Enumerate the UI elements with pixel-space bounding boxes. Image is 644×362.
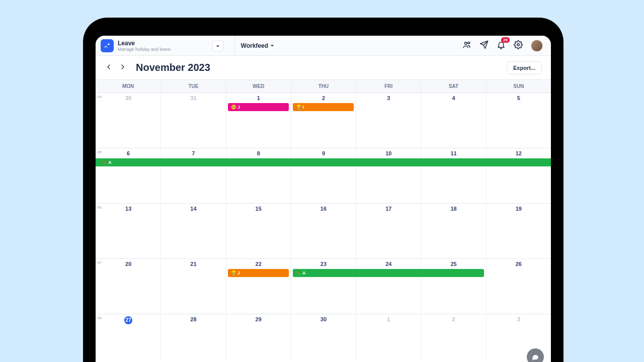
day-header: MON: [96, 80, 160, 93]
day-number: 19: [516, 206, 522, 212]
people-icon[interactable]: [462, 40, 471, 51]
chevron-down-icon: [270, 42, 274, 49]
day-cell[interactable]: 20: [96, 259, 160, 314]
svg-point-0: [108, 43, 110, 45]
day-number: 13: [125, 206, 131, 212]
day-number: 14: [190, 206, 196, 212]
day-cell[interactable]: 13: [96, 204, 160, 258]
day-cell[interactable]: 30: [96, 93, 160, 148]
tablet-frame: Leave Manage holiday and leave. Workfeed…: [83, 18, 564, 362]
leave-event[interactable]: 🤒 J: [228, 103, 289, 111]
send-icon[interactable]: [479, 40, 489, 51]
svg-point-1: [465, 42, 467, 44]
day-header: THU: [291, 80, 356, 93]
day-cell[interactable]: 21: [160, 259, 225, 314]
day-cell[interactable]: 1: [356, 314, 421, 360]
day-number: 21: [190, 261, 196, 267]
day-cell[interactable]: 2: [421, 314, 486, 360]
chat-fab[interactable]: [527, 348, 544, 362]
day-header: FRI: [356, 80, 421, 93]
day-cell[interactable]: 7: [160, 148, 225, 203]
day-number: 7: [192, 150, 195, 156]
app-screen: Leave Manage holiday and leave. Workfeed…: [96, 36, 551, 362]
day-cell[interactable]: 5: [486, 93, 551, 148]
day-cell[interactable]: 4: [421, 93, 486, 148]
notification-badge: 29: [501, 37, 510, 43]
day-cell[interactable]: 12: [486, 148, 551, 203]
day-cell[interactable]: 18: [421, 204, 486, 258]
day-number: 18: [450, 206, 456, 212]
day-header: SAT: [421, 80, 486, 93]
day-cell[interactable]: 25: [421, 259, 486, 314]
day-number: 25: [450, 261, 456, 267]
day-cell[interactable]: 26: [486, 259, 551, 314]
divider: [234, 36, 235, 56]
day-number: 15: [256, 206, 262, 212]
day-cell[interactable]: 14: [160, 204, 225, 258]
leave-event[interactable]: 🌴 A: [293, 269, 484, 277]
next-month-button[interactable]: [119, 63, 127, 73]
day-number: 5: [517, 95, 520, 101]
leave-event[interactable]: 👷 I: [293, 103, 354, 111]
app-switcher-block: Leave Manage holiday and leave.: [96, 39, 228, 52]
day-cell[interactable]: 28: [160, 314, 225, 360]
day-number: 29: [256, 316, 262, 322]
app-title: Leave: [118, 40, 172, 47]
day-number: 1: [257, 95, 260, 101]
day-number: 2: [322, 95, 325, 101]
day-number: 30: [320, 316, 327, 322]
calendar: MONTUEWEDTHUFRISATSUN 44303112345🤒 J👷 I4…: [96, 80, 551, 360]
day-number: 11: [450, 150, 456, 156]
day-cell[interactable]: 1: [226, 93, 291, 148]
leave-event[interactable]: 👷 J: [228, 269, 289, 277]
prev-month-button[interactable]: [105, 63, 113, 73]
day-header: WED: [226, 80, 291, 93]
day-header: TUE: [160, 80, 225, 93]
notifications-button[interactable]: 29: [497, 40, 506, 51]
day-cell[interactable]: 6: [96, 148, 160, 203]
day-number: 26: [516, 261, 522, 267]
day-cell[interactable]: 15: [226, 204, 291, 258]
day-headers: MONTUEWEDTHUFRISATSUN: [96, 80, 551, 93]
topbar-actions: 29: [462, 40, 551, 52]
workspace-label: Workfeed: [241, 42, 268, 49]
day-cell[interactable]: 16: [291, 204, 356, 258]
export-button[interactable]: Export...: [507, 61, 542, 74]
week-row: 44303112345🤒 J👷 I: [96, 93, 551, 148]
day-number: 6: [127, 150, 130, 156]
day-number: 16: [320, 206, 327, 212]
day-cell[interactable]: 8: [226, 148, 291, 203]
day-cell[interactable]: 27: [96, 314, 160, 360]
day-cell[interactable]: 10: [356, 148, 421, 203]
user-avatar[interactable]: [531, 40, 543, 52]
day-number: 8: [257, 150, 260, 156]
day-cell[interactable]: 30: [291, 314, 356, 360]
week-row: 4720212223242526👷 J🌴 A: [96, 259, 551, 314]
day-cell[interactable]: 23: [291, 259, 356, 314]
day-cell[interactable]: 22: [226, 259, 291, 314]
day-cell[interactable]: 3: [356, 93, 421, 148]
day-cell[interactable]: 31: [160, 93, 225, 148]
day-number: 2: [452, 316, 455, 322]
chevron-down-icon: [216, 41, 220, 50]
top-bar: Leave Manage holiday and leave. Workfeed…: [96, 36, 551, 56]
day-number: 30: [125, 95, 131, 101]
day-number: 10: [385, 150, 391, 156]
day-cell[interactable]: 19: [486, 204, 551, 258]
day-cell[interactable]: 9: [291, 148, 356, 203]
day-number: 9: [322, 150, 325, 156]
day-cell[interactable]: 17: [356, 204, 421, 258]
leave-event[interactable]: 🌴 A: [96, 158, 551, 166]
day-number: 27: [124, 316, 132, 324]
workspace-dropdown[interactable]: Workfeed: [241, 42, 274, 49]
week-row: 4827282930123: [96, 314, 551, 360]
app-texts: Leave Manage holiday and leave.: [118, 40, 172, 52]
settings-icon[interactable]: [514, 40, 523, 51]
day-cell[interactable]: 2: [291, 93, 356, 148]
day-cell[interactable]: 11: [421, 148, 486, 203]
app-switcher-dropdown[interactable]: [212, 40, 223, 51]
day-cell[interactable]: 24: [356, 259, 421, 314]
week-row: 456789101112🌴 A: [96, 148, 551, 204]
day-cell[interactable]: 29: [226, 314, 291, 360]
leave-app-icon: [101, 39, 114, 52]
